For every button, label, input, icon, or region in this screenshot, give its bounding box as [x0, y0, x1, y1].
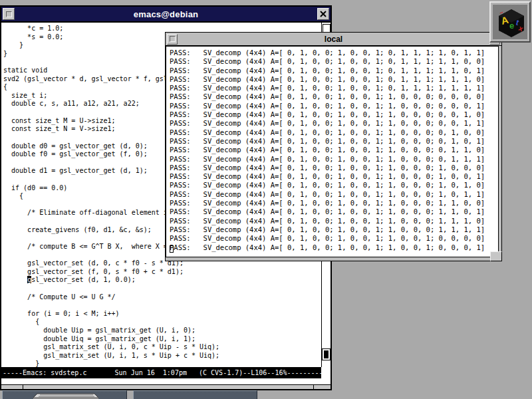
output-line: PASS: SV_decomp (4x4) A=[ 0, 1, 0, 0; 1,…	[170, 155, 498, 164]
output-line: PASS: SV_decomp (4x4) A=[ 0, 1, 0, 0; 1,…	[170, 119, 498, 128]
close-button[interactable]	[317, 8, 329, 20]
close-icon	[319, 10, 327, 18]
emacs-window-title: emacs@debian	[16, 9, 316, 19]
window-menu-button[interactable]	[167, 34, 178, 45]
terminal-window: local PASS: SV_decomp (4x4) A=[ 0, 1, 0,…	[165, 32, 502, 261]
emacs-titlebar[interactable]: emacs@debian	[1, 7, 331, 23]
scrollbar-minibuffer-box	[323, 349, 330, 360]
terminal-output[interactable]: PASS: SV_decomp (4x4) A=[ 0, 1, 0, 0; 1,…	[166, 46, 499, 257]
terminal-titlebar[interactable]: local	[166, 33, 501, 46]
iconified-window-keyboard[interactable]	[2, 390, 127, 399]
output-line: PASS: SV_decomp (4x4) A=[ 0, 1, 0, 0; 1,…	[170, 190, 498, 199]
code-line: gsl_vector_set (d, 1, 0.0);	[3, 276, 321, 285]
output-line: PASS: SV_decomp (4x4) A=[ 0, 1, 0, 0; 1,…	[170, 217, 498, 225]
iconified-window-blank[interactable]	[133, 390, 257, 399]
output-line: PASS: SV_decomp (4x4) A=[ 0, 1, 0, 0; 1,…	[170, 172, 498, 181]
output-line: PASS: SV_decomp (4x4) A=[ 0, 1, 0, 0; 1,…	[170, 234, 498, 243]
output-line: PASS: SV_decomp (4x4) A=[ 0, 1, 0, 0; 1,…	[170, 57, 498, 66]
output-line: PASS: SV_decomp (4x4) A=[ 0, 1, 0, 0; 1,…	[170, 225, 498, 234]
output-line: PASS: SV_decomp (4x4) A=[ 0, 1, 0, 0; 1,…	[170, 199, 498, 207]
output-line: PASS: SV_decomp (4x4) A=[ 0, 1, 0, 0; 1,…	[170, 243, 498, 252]
window-menu-icon	[170, 36, 176, 42]
terminal-cursor-row	[170, 243, 174, 255]
output-line: PASS: SV_decomp (4x4) A=[ 0, 1, 0, 0; 1,…	[170, 207, 498, 216]
output-line: PASS: SV_decomp (4x4) A=[ 0, 1, 0, 0; 1,…	[170, 137, 498, 146]
code-line: {	[3, 318, 321, 327]
handle-divider	[23, 385, 23, 389]
code-line: }	[3, 360, 321, 367]
code-line	[3, 301, 321, 310]
output-line: PASS: SV_decomp (4x4) A=[ 0, 1, 0, 0; 1,…	[170, 66, 498, 75]
output-line: PASS: SV_decomp (4x4) A=[ 0, 1, 0, 0; 1,…	[170, 75, 498, 84]
window-menu-button[interactable]	[3, 8, 15, 20]
keyboard-icon	[28, 391, 104, 399]
output-line: PASS: SV_decomp (4x4) A=[ 0, 1, 0, 0; 1,…	[170, 181, 498, 190]
output-line: PASS: SV_decomp (4x4) A=[ 0, 1, 0, 0; 1,…	[170, 84, 498, 92]
output-line: PASS: SV_decomp (4x4) A=[ 0, 1, 0, 0; 1,…	[170, 102, 498, 110]
afterstep-cube-icon: ~ A e t x	[493, 5, 527, 39]
code-line: double Uip = gsl_matrix_get (U, i, 0);	[3, 327, 321, 335]
handle-divider	[313, 385, 314, 389]
code-line: double Uiq = gsl_matrix_get (U, i, 1);	[3, 335, 321, 344]
window-corner-resize-handle[interactable]	[490, 251, 502, 261]
code-line: /* Compute U <= U G */	[3, 293, 321, 302]
text-cursor: g	[27, 276, 31, 283]
code-line: gsl_matrix_set (U, i, 1, s * Uip + c * U…	[3, 352, 321, 360]
emacs-minibuffer[interactable]	[1, 378, 321, 384]
code-line	[3, 285, 321, 293]
output-line: PASS: SV_decomp (4x4) A=[ 0, 1, 0, 0; 1,…	[170, 164, 498, 172]
output-line: PASS: SV_decomp (4x4) A=[ 0, 1, 0, 0; 1,…	[170, 49, 498, 57]
terminal-window-title: local	[179, 35, 488, 44]
code-line: gsl_matrix_set (U, i, 0, c * Uip - s * U…	[3, 343, 321, 352]
output-line: PASS: SV_decomp (4x4) A=[ 0, 1, 0, 0; 1,…	[170, 92, 498, 101]
window-resize-handle-bar[interactable]	[1, 384, 331, 389]
svg-text:e: e	[509, 21, 514, 31]
output-line: PASS: SV_decomp (4x4) A=[ 0, 1, 0, 0; 1,…	[170, 146, 498, 154]
output-line: PASS: SV_decomp (4x4) A=[ 0, 1, 0, 0; 1,…	[170, 128, 498, 137]
output-line: PASS: SV_decomp (4x4) A=[ 0, 1, 0, 0; 1,…	[170, 110, 498, 119]
afterstep-wharf-tile[interactable]: ~ A e t x	[489, 1, 531, 43]
window-menu-icon	[6, 11, 12, 17]
desktop: { "colors": { "desktop_bg": "#a9a9a9", "…	[0, 0, 532, 399]
emacs-modeline: -----Emacs: svdstep.c Sun Jun 16 1:07pm …	[1, 367, 321, 378]
terminal-hollow-cursor	[170, 245, 174, 253]
code-line: gsl_vector_set (f, 0, s * f0 + c * d1);	[3, 268, 321, 277]
code-line: for (i = 0; i < M; i++)	[3, 310, 321, 319]
